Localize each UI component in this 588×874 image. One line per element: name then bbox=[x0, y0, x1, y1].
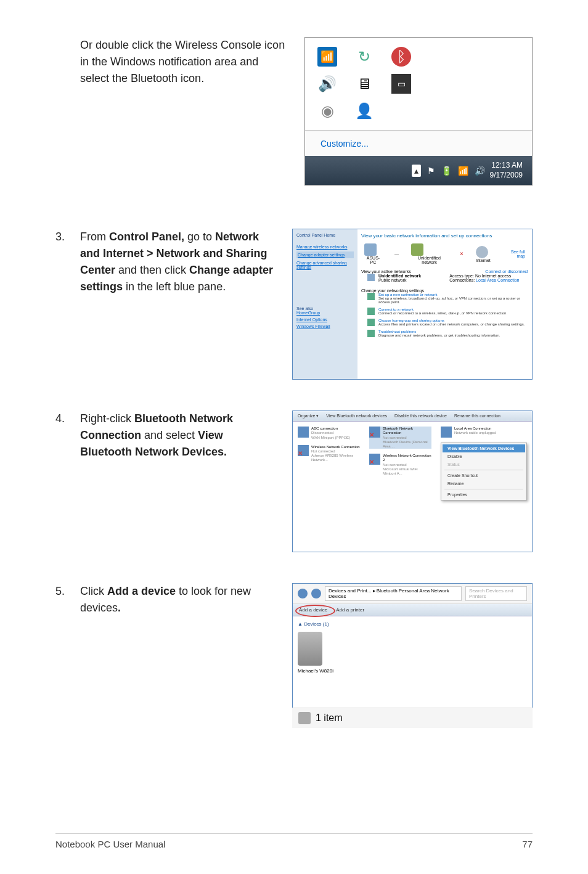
rename-connection-button[interactable]: Rename this connection bbox=[454, 414, 500, 419]
homegroup-icon bbox=[367, 319, 375, 326]
screen-icon[interactable]: ▭ bbox=[391, 74, 411, 94]
add-printer-button[interactable]: Add a printer bbox=[336, 607, 364, 613]
unknown-icon[interactable]: ↻ bbox=[354, 47, 374, 67]
screenshot-network-connections: Organize ▾ View Bluetooth network device… bbox=[292, 410, 533, 552]
intro-text: Or double click the Wireless Console ico… bbox=[80, 37, 304, 87]
menu-properties[interactable]: Properties bbox=[443, 491, 525, 499]
step-4-text: Right-click Bluetooth Network Connection… bbox=[80, 410, 292, 460]
wireless-console-icon[interactable]: 📶 bbox=[317, 47, 337, 67]
connection-abc[interactable]: ABC connection Disconnected WAN Miniport… bbox=[298, 427, 360, 440]
menu-status: Status bbox=[443, 460, 525, 468]
change-adapter-settings-link[interactable]: Change adapter settings bbox=[296, 251, 354, 258]
internet-icon bbox=[476, 246, 488, 258]
screenshot-devices-printers: Devices and Print... ▸ Bluetooth Persona… bbox=[292, 583, 533, 728]
customize-link[interactable]: Customize... bbox=[305, 131, 532, 156]
connect-disconnect-link[interactable]: Connect or disconnect bbox=[485, 269, 528, 274]
network-item-icon bbox=[367, 274, 375, 281]
screenshot-network-sharing-center: Control Panel Home Manage wireless netwo… bbox=[292, 229, 533, 380]
troubleshoot-icon bbox=[367, 330, 375, 337]
bluetooth-icon[interactable]: ᛒ bbox=[391, 47, 411, 67]
monitor-icon[interactable]: 🖥 bbox=[354, 74, 374, 94]
internet-options-link[interactable]: Internet Options bbox=[296, 317, 354, 322]
connection-lan[interactable]: Local Area Connection Network cable unpl… bbox=[441, 427, 502, 438]
add-device-button[interactable]: Add a device bbox=[299, 607, 327, 613]
step-3-text: From Control Panel, go to Network and In… bbox=[80, 229, 292, 295]
devices-section-header[interactable]: ▲ Devices (1) bbox=[298, 621, 527, 627]
context-menu: View Bluetooth Network Devices Disable S… bbox=[441, 443, 527, 500]
homegroup-link[interactable]: HomeGroup bbox=[296, 311, 354, 315]
footer-item-count: 1 item bbox=[316, 713, 343, 724]
flag-icon[interactable]: ⚑ bbox=[427, 166, 435, 176]
back-button[interactable] bbox=[298, 589, 308, 598]
menu-view-bluetooth-devices[interactable]: View Bluetooth Network Devices bbox=[443, 444, 525, 452]
volume-icon[interactable]: 🔊 bbox=[317, 74, 337, 94]
network-icon[interactable]: 📶 bbox=[458, 166, 468, 176]
disable-device-button[interactable]: Disable this network device bbox=[394, 414, 447, 419]
menu-create-shortcut[interactable]: Create Shortcut bbox=[443, 472, 525, 480]
footer-page-number: 77 bbox=[522, 839, 533, 849]
user-icon[interactable]: 👤 bbox=[354, 101, 374, 121]
screenshot-system-tray: 📶 ↻ ᛒ 🔊 🖥 ▭ ◉ 👤 Customize... ▴ ⚑ 🔋 📶 🔊 bbox=[304, 37, 533, 186]
setup-connection-icon bbox=[367, 293, 375, 300]
main-heading: View your basic network information and … bbox=[361, 233, 528, 239]
organize-button[interactable]: Organize ▾ bbox=[298, 414, 319, 419]
step-5-text: Click Add a device to look for new devic… bbox=[80, 583, 292, 616]
step-5-number: 5. bbox=[55, 583, 80, 600]
menu-rename[interactable]: Rename bbox=[443, 480, 525, 488]
view-bluetooth-button[interactable]: View Bluetooth network devices bbox=[326, 414, 387, 419]
connection-wireless[interactable]: ✕ Wireless Network Connection Not connec… bbox=[298, 445, 360, 463]
change-advanced-sharing-link[interactable]: Change advanced sharing settings bbox=[296, 261, 354, 269]
clock[interactable]: 12:13 AM 9/17/2009 bbox=[490, 161, 523, 180]
phone-icon bbox=[298, 632, 322, 666]
step-4-number: 4. bbox=[55, 410, 80, 427]
disc-icon[interactable]: ◉ bbox=[317, 101, 337, 121]
windows-firewall-link[interactable]: Windows Firewall bbox=[296, 324, 354, 329]
sidebar-title: Control Panel Home bbox=[296, 233, 354, 237]
tray-arrow-icon[interactable]: ▴ bbox=[412, 165, 421, 177]
highlight-oval bbox=[295, 605, 335, 617]
see-also-label: See also bbox=[296, 306, 354, 311]
connection-bluetooth[interactable]: ✕ Bluetooth Network Connection Not conne… bbox=[369, 427, 431, 449]
sound-icon[interactable]: 🔊 bbox=[475, 166, 485, 176]
footer-item-icon bbox=[298, 712, 311, 724]
network-node-icon bbox=[411, 243, 423, 256]
breadcrumb[interactable]: Devices and Print... ▸ Bluetooth Persona… bbox=[325, 586, 462, 601]
search-input[interactable]: Search Devices and Printers bbox=[465, 586, 527, 601]
this-pc-icon bbox=[364, 243, 377, 256]
menu-disable[interactable]: Disable bbox=[443, 452, 525, 460]
device-item[interactable]: Michael's W820i bbox=[298, 632, 333, 674]
connection-wireless-2[interactable]: ✕ Wireless Network Connection 2 Not conn… bbox=[369, 454, 431, 476]
manage-wireless-link[interactable]: Manage wireless networks bbox=[296, 245, 354, 249]
step-3-number: 3. bbox=[55, 229, 80, 245]
battery-icon[interactable]: 🔋 bbox=[441, 166, 452, 176]
footer-title: Notebook PC User Manual bbox=[55, 839, 165, 849]
connect-network-icon bbox=[367, 308, 375, 315]
forward-button[interactable] bbox=[311, 589, 321, 598]
see-full-map-link[interactable]: See full map bbox=[503, 250, 525, 258]
